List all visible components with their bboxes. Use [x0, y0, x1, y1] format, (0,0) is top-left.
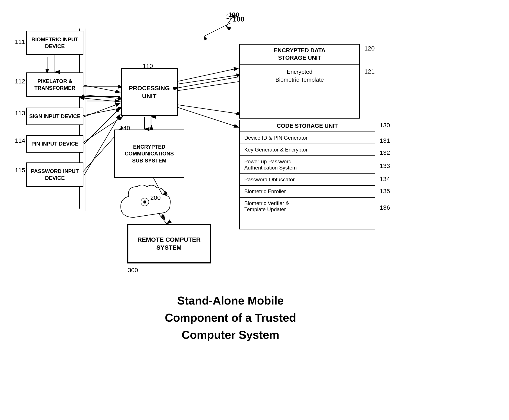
encrypted-comm-label: ENCRYPTED COMMUNICATIONS SUB SYSTEM [125, 143, 174, 164]
code-storage-outer: CODE STORAGE UNIT Device ID & PIN Genera… [239, 120, 375, 229]
caption-line1: Stand-Alone Mobile [132, 292, 329, 309]
ref-200-label: 200 [150, 194, 161, 201]
caption: Stand-Alone Mobile Component of a Truste… [132, 292, 329, 343]
processing-unit-label: PROCESSING UNIT [129, 84, 170, 100]
ref-131: 131 [380, 137, 390, 144]
pin-input-box: PIN INPUT DEVICE [26, 135, 83, 153]
ref-134: 134 [380, 176, 390, 183]
device-id-row: Device ID & PIN Generator [240, 132, 375, 144]
cloud-shape: 200 [116, 182, 173, 222]
ref-115: 115 [15, 167, 25, 174]
ref-136: 136 [380, 204, 390, 211]
diagram: 100 100 111 112 113 114 115 BIOMETRIC IN… [0, 0, 509, 420]
vertical-separator [86, 29, 86, 211]
svg-line-12 [167, 103, 241, 114]
encrypted-storage-outer: ENCRYPTED DATA STORAGE UNIT Encrypted Bi… [239, 44, 360, 119]
encrypted-storage-body: Encrypted Biometric Template [240, 65, 359, 87]
ref-135: 135 [380, 188, 390, 195]
svg-point-22 [143, 201, 146, 203]
biometric-verifier-row: Biometric Verifier & Template Updater [240, 198, 375, 215]
code-storage-header: CODE STORAGE UNIT [240, 120, 375, 132]
ref-140: 140 [120, 125, 130, 132]
biometric-input-label: BIOMETRIC INPUT DEVICE [30, 34, 80, 51]
password-obf-row: Password Obfuscator [240, 174, 375, 186]
pixelator-box: PIXELATOR & TRANSFORMER [26, 72, 83, 97]
svg-line-11 [167, 81, 241, 92]
ref-130: 130 [380, 122, 390, 129]
ref-110: 110 [143, 63, 153, 70]
svg-line-36 [178, 108, 239, 127]
encrypted-comm-box: ENCRYPTED COMMUNICATIONS SUB SYSTEM [114, 129, 184, 178]
ref-112: 112 [15, 78, 25, 85]
sign-input-label: SIGN INPUT DEVICE [27, 111, 82, 121]
remote-computer-label: REMOTE COMPUTER SYSTEM [137, 236, 201, 252]
ref-111: 111 [15, 38, 25, 45]
svg-line-28 [84, 85, 120, 92]
ref-133: 133 [380, 163, 390, 170]
caption-line3: Computer System [132, 326, 329, 343]
ref-121: 121 [364, 68, 375, 75]
svg-line-19 [226, 18, 232, 26]
ref-132: 132 [380, 149, 390, 156]
ref-120: 120 [364, 45, 375, 52]
pin-input-label: PIN INPUT DEVICE [30, 139, 80, 149]
svg-line-35 [178, 77, 239, 88]
ref-113: 113 [15, 110, 25, 117]
password-input-box: PASSWORD INPUT DEVICE [26, 163, 83, 187]
ref-300: 300 [128, 267, 138, 274]
svg-text:100: 100 [228, 12, 239, 18]
pixelator-label: PIXELATOR & TRANSFORMER [33, 76, 77, 93]
biometric-enroller-row: Biometric Enroller [240, 186, 375, 198]
key-gen-row: Key Generator & Encryptor [240, 144, 375, 156]
ref-114: 114 [15, 137, 25, 144]
powerup-row: Power-up Password Authentication System [240, 156, 375, 174]
svg-line-10 [167, 75, 241, 86]
processing-unit-box: PROCESSING UNIT [121, 68, 178, 116]
svg-line-29 [84, 103, 120, 117]
remote-computer-box: REMOTE COMPUTER SYSTEM [127, 224, 211, 263]
encrypted-storage-header: ENCRYPTED DATA STORAGE UNIT [240, 45, 359, 65]
svg-line-34 [178, 68, 239, 81]
biometric-input-box: BIOMETRIC INPUT DEVICE [26, 31, 83, 55]
sign-input-box: SIGN INPUT DEVICE [26, 108, 83, 125]
password-input-label: PASSWORD INPUT DEVICE [29, 166, 81, 183]
caption-line2: Component of a Trusted [132, 309, 329, 326]
